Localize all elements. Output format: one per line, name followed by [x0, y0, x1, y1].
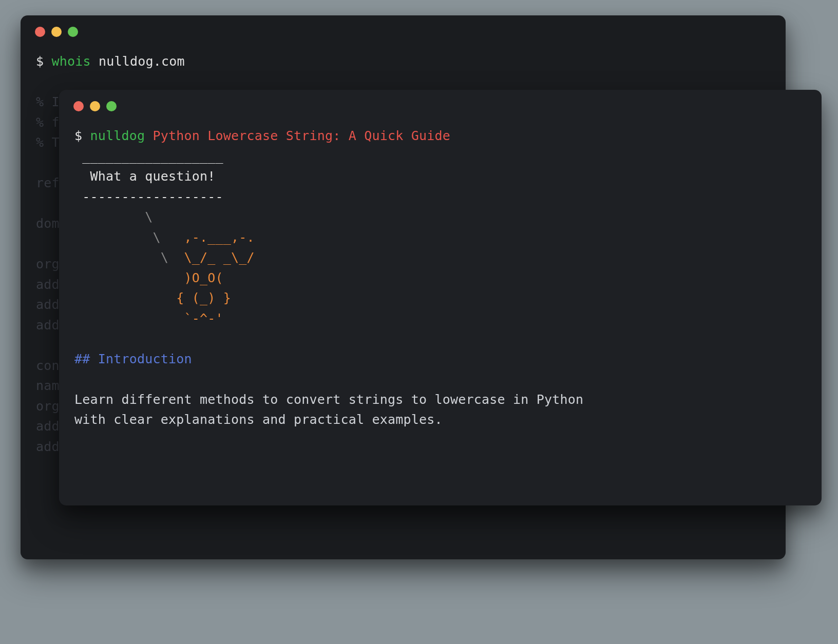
speech-border-top: __________________: [74, 149, 223, 164]
titlebar-front: [59, 90, 822, 116]
prompt-symbol: $: [36, 54, 44, 69]
close-icon[interactable]: [35, 27, 45, 37]
command-nulldog: nulldog: [90, 128, 145, 143]
ascii-art-line: \: [74, 250, 184, 265]
speech-border-bottom: ------------------: [74, 189, 223, 204]
close-icon[interactable]: [73, 101, 84, 111]
ascii-art-line: \: [74, 230, 184, 245]
dog-ascii-icon: \_/_ _\_/: [184, 250, 255, 265]
terminal-output-front: $ nulldog Python Lowercase String: A Qui…: [59, 116, 822, 439]
body-text: Learn different methods to convert strin…: [74, 392, 583, 407]
maximize-icon[interactable]: [106, 101, 117, 111]
dog-ascii-icon: `-^-': [74, 311, 223, 326]
dog-ascii-icon: )O_O(: [74, 270, 223, 285]
minimize-icon[interactable]: [51, 27, 62, 37]
ascii-art-line: \: [74, 209, 153, 224]
speech-bubble-text: What a question!: [74, 169, 216, 184]
body-text: with clear explanations and practical ex…: [74, 412, 443, 427]
terminal-window-front: $ nulldog Python Lowercase String: A Qui…: [59, 90, 822, 505]
article-title: Python Lowercase String: A Quick Guide: [153, 128, 451, 143]
minimize-icon[interactable]: [90, 101, 100, 111]
prompt-symbol: $: [74, 128, 82, 143]
dog-ascii-icon: ,-.___,-.: [184, 230, 255, 245]
titlebar-back: [21, 15, 786, 42]
maximize-icon[interactable]: [68, 27, 78, 37]
dog-ascii-icon: { (_) }: [74, 290, 231, 305]
command-arg: nulldog.com: [99, 54, 185, 69]
section-heading: ## Introduction: [74, 352, 192, 366]
command-whois: whois: [52, 54, 91, 69]
